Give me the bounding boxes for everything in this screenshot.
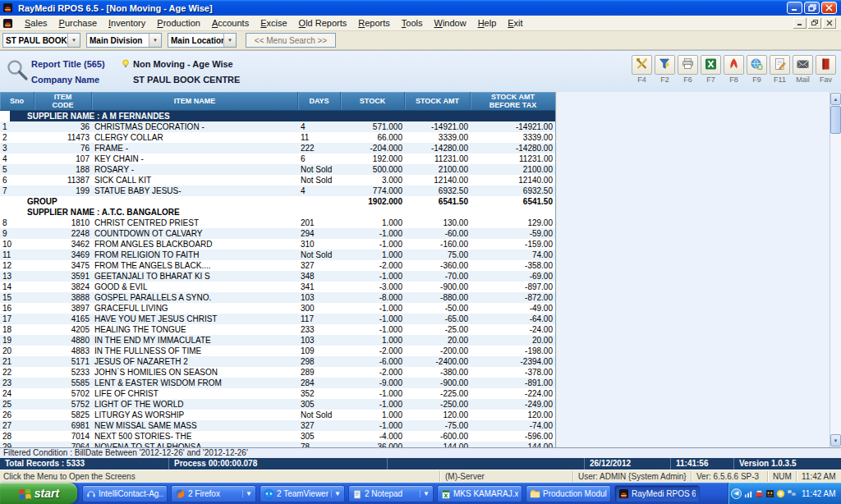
menu-exit[interactable]: Exit [502, 16, 528, 30]
table-row[interactable]: 4107KEY CHAIN -6192.00011231.0011231.00 [0, 153, 555, 164]
table-row[interactable]: 215171JESUS OF NAZARETH 2298-6.000-2400.… [0, 356, 555, 367]
menu-window[interactable]: Window [428, 16, 471, 30]
table-row[interactable]: 265825LITURGY AS WORSHIPNot Sold1.000120… [0, 410, 555, 420]
table-row[interactable]: 92248COUNTDOWN OT CALVARY294-1.000-60.00… [0, 228, 555, 239]
scrollbar-thumb[interactable] [830, 106, 841, 134]
network-icon[interactable] [787, 488, 797, 498]
mail-button[interactable] [793, 55, 813, 75]
close-button[interactable] [821, 2, 837, 14]
restore-button[interactable] [804, 2, 820, 14]
table-row[interactable]: 133591GEETANJALI TO BHARAT KI S348-1.000… [0, 271, 555, 282]
location-combo[interactable]: Main Location▼ [168, 33, 237, 48]
printer-button[interactable] [678, 55, 698, 75]
report-header: Report Title (565) Non Moving - Age Wise… [0, 50, 841, 92]
menu-search-input[interactable] [246, 33, 336, 48]
table-row[interactable]: 235585LENT & EASTER WISDOM FROM284-9.000… [0, 378, 555, 388]
table-cell: KEY CHAIN - [92, 153, 298, 164]
table-row[interactable]: 376FRAME -222-204.000-14280.00-14280.00 [0, 143, 555, 153]
supplier-group-row[interactable]: SUPPLIER NAME : A M FERNANDES [0, 111, 555, 121]
menu-production[interactable]: Production [151, 16, 206, 30]
menu-old-reports[interactable]: Old Reports [293, 16, 353, 30]
pdf-button[interactable] [724, 55, 744, 75]
filter-button[interactable] [655, 55, 675, 75]
minimize-button[interactable] [787, 2, 802, 14]
scroll-down-arrow-icon[interactable]: ▼ [830, 434, 841, 447]
menu-help[interactable]: Help [472, 16, 503, 30]
taskbar-button-mks-kamaraj-xl[interactable]: MKS KAMARAJ.xl... [437, 485, 522, 502]
column-header[interactable]: DAYS [298, 92, 341, 110]
pdf-icon [727, 57, 741, 71]
scroll-up-arrow-icon[interactable]: ▲ [830, 93, 841, 105]
supplier-group-row[interactable]: SUPPLIER NAME : A.T.C. BANGALORE [0, 207, 555, 218]
table-row[interactable]: 184205HEALING THE TONGUE233-1.000-25.00-… [0, 324, 555, 335]
column-header[interactable]: Sno [0, 92, 34, 110]
column-header[interactable]: STOCK [341, 92, 405, 110]
tools-button[interactable] [632, 55, 652, 75]
excel-button[interactable] [701, 55, 721, 75]
menu-purchase[interactable]: Purchase [53, 16, 103, 30]
table-row[interactable]: 611387SICK CALL KITNot Sold3.00012140.00… [0, 175, 555, 186]
table-row[interactable]: 174165HAVE YOU MET JESUS CHRIST117-1.000… [0, 314, 555, 324]
tray-chevron-icon[interactable]: ◀ [731, 488, 742, 499]
chevron-down-icon[interactable]: ▼ [420, 490, 430, 497]
chevron-down-icon[interactable]: ▼ [223, 34, 236, 47]
column-header[interactable]: STOCK AMT BEFORE TAX [471, 92, 555, 110]
table-row[interactable]: 204883IN THE FULLNESS OF TIME109-2.000-2… [0, 346, 555, 356]
chevron-down-icon[interactable]: ▼ [331, 490, 341, 497]
table-row[interactable]: 136CHRISTMAS DECORATION -4571.000-14921.… [0, 121, 555, 132]
child-close-button[interactable] [823, 18, 836, 29]
table-cell: -198.00 [471, 346, 555, 356]
menu-reports[interactable]: Reports [352, 16, 396, 30]
column-header[interactable]: ITEM CODE [34, 92, 92, 110]
notes-button[interactable] [770, 55, 790, 75]
table-row[interactable]: 297064NOVENA TO ST ALPHONSA7836.000144.0… [0, 442, 555, 447]
child-restore-button[interactable] [808, 18, 821, 29]
table-row[interactable]: 255752LIGHT OF THE WORLD305-1.000-250.00… [0, 399, 555, 410]
messenger-icon[interactable] [776, 489, 785, 498]
menu-excise[interactable]: Excise [255, 16, 292, 30]
taskbar-button-production-module[interactable]: Production Module [526, 485, 611, 502]
table-row[interactable]: 153888GOSPEL PARALLELS A SYNO.103-8.000-… [0, 292, 555, 303]
child-minimize-button[interactable] [793, 18, 807, 29]
menu-tools[interactable]: Tools [396, 16, 429, 30]
chevron-down-icon[interactable]: ▼ [242, 490, 252, 497]
taskbar-button-intellicontact-ag[interactable]: IntelliContact-Ag... [82, 485, 168, 502]
table-row[interactable]: 103462FROM ANGLES BLACKBOARD310-1.000-16… [0, 239, 555, 250]
taskbar-button-2-teamviewer-8[interactable]: 2 TeamViewer 8▼ [260, 485, 345, 502]
app-tray-icon[interactable] [765, 489, 774, 498]
table-row[interactable]: 5188ROSARY -Not Sold500.0002100.002100.0… [0, 164, 555, 175]
start-button[interactable]: start [0, 483, 77, 504]
chevron-down-icon[interactable]: ▼ [67, 34, 80, 47]
web-button[interactable] [747, 55, 767, 75]
table-row[interactable]: 276981NEW MISSAL SAME MASS327-1.000-75.0… [0, 420, 555, 431]
table-row[interactable]: 7199STATUE BABY JESUS-4774.0006932.50693… [0, 186, 555, 196]
table-row[interactable]: 194880IN THE END MY IMMACULATE1031.00020… [0, 335, 555, 346]
store-combo[interactable]: ST PAUL BOOK▼ [2, 33, 80, 48]
menu-sales[interactable]: Sales [19, 16, 53, 30]
signal-strength-icon[interactable] [744, 489, 753, 498]
column-header[interactable]: STOCK AMT [405, 92, 471, 110]
table-row[interactable]: 113469FROM RELIGION TO FAITHNot Sold1.00… [0, 250, 555, 260]
table-row[interactable]: 81810CHRIST CENTRED PRIEST2011.000130.00… [0, 218, 555, 228]
filter-combos: ST PAUL BOOK▼Main Division▼Main Location… [2, 33, 242, 48]
chevron-down-icon[interactable]: ▼ [149, 34, 161, 47]
taskbar-button-raymedi-rpos-6[interactable]: RayMedi RPOS 6.... [614, 485, 700, 502]
vertical-scrollbar[interactable]: ▲ ▼ [830, 92, 841, 447]
division-combo[interactable]: Main Division▼ [86, 33, 162, 48]
favourites-button[interactable] [816, 55, 836, 75]
menu-accounts[interactable]: Accounts [206, 16, 255, 30]
table-row[interactable]: 225233JOHN`S HOMILIES ON SEASON289-2.000… [0, 367, 555, 378]
menu-inventory[interactable]: Inventory [103, 16, 151, 30]
table-cell: 11 [0, 250, 34, 260]
taskbar-button-2-notepad[interactable]: 2 Notepad▼ [348, 485, 434, 502]
taskbar-button-2-firefox[interactable]: 2 Firefox▼ [171, 485, 256, 502]
column-header[interactable]: ITEM NAME [92, 92, 298, 110]
printer-tray-icon[interactable] [755, 489, 764, 498]
title-bar[interactable]: RayMedi RPOS 6.5 - [Non Moving - Age Wis… [0, 0, 841, 16]
table-row[interactable]: 211473CLERGY COLLAR1166.0003339.003339.0… [0, 132, 555, 143]
table-row[interactable]: 123475FROM THE ANGELS BLACK....327-2.000… [0, 260, 555, 271]
table-row[interactable]: 245702LIFE OF CHRIST352-1.000-225.00-224… [0, 388, 555, 399]
table-row[interactable]: 143824GOOD & EVIL341-3.000-900.00-897.00 [0, 282, 555, 292]
table-row[interactable]: 287014NEXT 500 STORIES- THE305-4.000-600… [0, 431, 555, 442]
table-row[interactable]: 163897GRACEFUL LIVING300-1.000-50.00-49.… [0, 303, 555, 314]
